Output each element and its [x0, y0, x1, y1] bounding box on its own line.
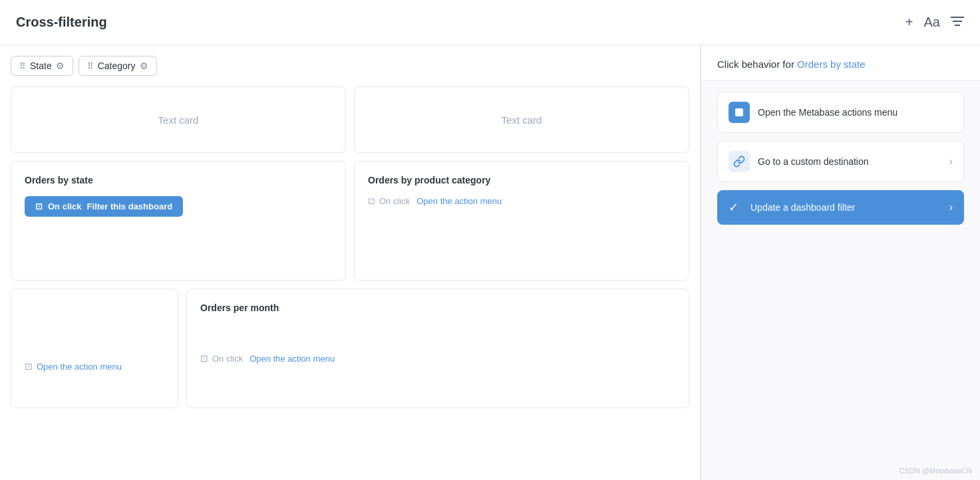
metabase-actions-label: Open the Metabase actions menu: [758, 107, 898, 118]
orders-per-month-action-link[interactable]: Open the action menu: [249, 354, 335, 364]
dashboard-filter-option[interactable]: ✓ Update a dashboard filter ›: [717, 190, 964, 225]
watermark: CSDN @MetabaseCN: [899, 467, 972, 475]
text-card-1: Text card: [11, 86, 346, 153]
filter-dashboard-button[interactable]: ⊡ On click Filter this dashboard: [25, 196, 183, 217]
cursor-icon: ⊡: [35, 201, 43, 211]
check-icon: ✓: [729, 200, 738, 215]
orders-by-category-card: Orders by product category ⊡ On click Op…: [354, 161, 689, 281]
dashboard-filter-label: Update a dashboard filter: [750, 202, 855, 213]
small-card: ⊡ Open the action menu: [11, 289, 178, 408]
filter-bar: ⠿ State ⚙ ⠿ Category ⚙: [11, 56, 689, 76]
filter-action-label: Filter this dashboard: [87, 201, 173, 211]
orders-per-month-card: Orders per month ⊡ On click Open the act…: [186, 289, 689, 408]
metabase-actions-option[interactable]: Open the Metabase actions menu: [717, 92, 964, 133]
category-filter-label: Category: [98, 60, 136, 71]
filter-icon[interactable]: [951, 15, 964, 30]
cursor-icon-3: ⊡: [25, 361, 33, 372]
cursor-icon-2: ⊡: [368, 196, 375, 206]
header-actions: + Aa: [905, 15, 964, 30]
top-card-row: Text card Text card Orders by state ⊡ On…: [11, 86, 689, 281]
behavior-options-list: Open the Metabase actions menu Go to a c…: [701, 81, 980, 241]
click-behavior-panel: Click behavior for Orders by state Open …: [701, 45, 980, 480]
category-gear-icon[interactable]: ⚙: [140, 60, 148, 71]
panel-header: Click behavior for Orders by state: [701, 45, 980, 81]
text-card-2: Text card: [354, 86, 689, 153]
state-filter-chip[interactable]: ⠿ State ⚙: [11, 56, 73, 76]
open-action-menu-link[interactable]: Open the action menu: [416, 196, 502, 206]
bottom-card-row: ⊡ Open the action menu Orders per month …: [11, 289, 689, 408]
custom-destination-option[interactable]: Go to a custom destination ›: [717, 141, 964, 182]
dashboard-filter-chevron: ›: [949, 201, 953, 213]
grid-icon: ⠿: [19, 61, 26, 71]
svg-rect-3: [735, 108, 743, 116]
custom-destination-label: Go to a custom destination: [758, 156, 869, 167]
orders-by-state-behavior: ⊡ On click Filter this dashboard: [25, 196, 332, 217]
custom-destination-chevron: ›: [949, 156, 953, 168]
orders-by-category-title: Orders by product category: [368, 175, 675, 185]
font-icon[interactable]: Aa: [924, 15, 940, 30]
metabase-actions-icon: [729, 102, 750, 123]
orders-per-month-behavior: ⊡ On click Open the action menu: [200, 353, 675, 364]
add-icon[interactable]: +: [905, 15, 913, 30]
main-layout: ⠿ State ⚙ ⠿ Category ⚙ Text card Text ca…: [0, 45, 980, 480]
custom-destination-icon: [729, 151, 750, 172]
orders-by-category-behavior: ⊡ On click Open the action menu: [368, 196, 675, 206]
page-title: Cross-filtering: [16, 15, 107, 30]
on-click-label-2: On click: [379, 196, 410, 206]
small-card-action-link[interactable]: Open the action menu: [37, 362, 122, 372]
state-filter-label: State: [30, 60, 52, 71]
app-header: Cross-filtering + Aa: [0, 0, 980, 45]
on-click-label: On click: [48, 201, 82, 211]
category-filter-chip[interactable]: ⠿ Category ⚙: [79, 56, 157, 76]
orders-by-state-link[interactable]: Orders by state: [797, 59, 866, 70]
dashboard-panel: ⠿ State ⚙ ⠿ Category ⚙ Text card Text ca…: [0, 45, 701, 480]
cursor-icon-4: ⊡: [200, 353, 208, 364]
orders-by-state-card: Orders by state ⊡ On click Filter this d…: [11, 161, 346, 281]
grid-icon-2: ⠿: [87, 61, 94, 71]
small-card-behavior: ⊡ Open the action menu: [25, 361, 164, 372]
state-gear-icon[interactable]: ⚙: [56, 60, 65, 71]
on-click-label-3: On click: [212, 354, 243, 364]
orders-per-month-title: Orders per month: [200, 302, 675, 313]
orders-by-state-title: Orders by state: [25, 175, 332, 185]
